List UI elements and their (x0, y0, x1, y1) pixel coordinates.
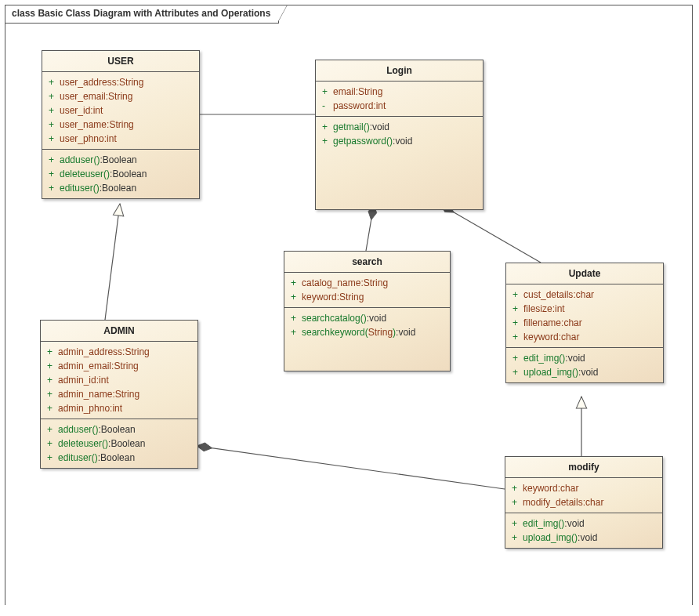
attr-type: int (555, 303, 565, 315)
visibility: + (512, 288, 523, 301)
op-return: Boolean (100, 451, 135, 464)
class-search-header: search (284, 252, 450, 273)
attr-name: admin_phno (58, 402, 110, 415)
visibility: + (49, 132, 60, 145)
attr-type: char (560, 482, 578, 495)
attr-name: admin_name (58, 388, 112, 400)
attr-name: keyword (523, 482, 558, 495)
visibility: + (512, 531, 523, 544)
op-return: void (398, 326, 415, 339)
visibility: + (512, 317, 523, 329)
attribute-row: +user_address: String (42, 75, 199, 89)
attr-type: String (108, 90, 132, 103)
visibility: + (512, 482, 523, 495)
attribute-row: +admin_name: String (41, 387, 197, 401)
op-name: searchcatalog (302, 312, 360, 324)
visibility: + (291, 277, 302, 289)
class-user-attributes: +user_address: String+user_email: String… (42, 72, 199, 150)
op-name: upload_img (523, 531, 571, 544)
operation-row: +upload_img(): void (505, 531, 662, 545)
attribute-row: +admin_id: int (41, 373, 197, 387)
op-name: deleteuser (58, 437, 102, 450)
attr-name: catalog_name (302, 277, 360, 289)
visibility: + (512, 517, 523, 530)
visibility: + (47, 360, 58, 372)
visibility: + (49, 76, 60, 89)
operation-row: +upload_img(): void (506, 365, 663, 379)
operation-row: +deleteuser(): Boolean (41, 437, 197, 451)
op-return: void (581, 366, 598, 379)
class-user[interactable]: USER +user_address: String+user_email: S… (42, 50, 200, 199)
diagram-title-prefix: class (12, 8, 35, 19)
attribute-row: +user_phno: int (42, 132, 199, 146)
op-name: edituser (60, 182, 93, 194)
visibility: + (291, 326, 302, 339)
attr-type: String (339, 291, 364, 303)
diagram-frame: class Basic Class Diagram with Attribute… (5, 5, 693, 605)
operation-row: +searchkeyword(String): void (284, 325, 450, 339)
op-name: getmail (333, 121, 364, 133)
attribute-row: +modify_details: char (505, 495, 662, 509)
operation-row: +adduser(): Boolean (42, 153, 199, 167)
attr-name: user_phno (60, 132, 104, 145)
class-modify-attributes: +keyword: char+modify_details: char (505, 478, 662, 513)
class-login[interactable]: Login +email: String-password: int +getm… (315, 60, 484, 210)
op-return: void (372, 121, 389, 133)
attr-name: admin_email (58, 360, 111, 372)
op-name: edituser (58, 451, 92, 464)
attr-type: String (125, 346, 149, 358)
op-name: upload_img (523, 366, 572, 379)
operation-row: +getpassword(): void (316, 134, 483, 148)
visibility: + (49, 182, 60, 194)
attr-type: String (114, 360, 138, 372)
visibility: + (47, 346, 58, 358)
class-admin[interactable]: ADMIN +admin_address: String+admin_email… (40, 320, 198, 469)
visibility: + (47, 423, 58, 436)
attr-type: char (563, 317, 581, 329)
attribute-row: +email: String (316, 85, 483, 99)
op-name: deleteuser (60, 168, 103, 180)
attribute-row: +keyword: char (506, 330, 663, 344)
attr-name: user_address (60, 76, 117, 89)
class-modify-header: modify (505, 457, 662, 478)
visibility: + (512, 303, 523, 315)
visibility: + (47, 388, 58, 400)
comp-admin-modify (197, 446, 505, 489)
attr-name: admin_id (58, 374, 96, 386)
operation-row: +deleteuser(): Boolean (42, 167, 199, 181)
op-return: void (580, 531, 597, 544)
class-update-operations: +edit_img(): void+upload_img(): void (506, 348, 663, 382)
visibility: + (322, 121, 333, 133)
operation-row: +edit_img(): void (506, 351, 663, 365)
attribute-row: +fillename: char (506, 316, 663, 330)
visibility: + (47, 451, 58, 464)
visibility: + (512, 352, 523, 364)
class-modify[interactable]: modify +keyword: char+modify_details: ch… (505, 456, 663, 549)
attr-type: int (112, 402, 122, 415)
attr-type: int (376, 100, 386, 112)
visibility: + (291, 291, 302, 303)
attr-name: filesize (523, 303, 552, 315)
operation-row: +edituser(): Boolean (41, 451, 197, 465)
operation-row: +edituser(): Boolean (42, 181, 199, 195)
class-update[interactable]: Update +cust_details: char+filesize: int… (505, 263, 664, 383)
op-return: Boolean (102, 182, 136, 194)
operation-row: +searchcatalog(): void (284, 311, 450, 325)
visibility: + (322, 85, 333, 98)
class-search[interactable]: search +catalog_name: String+keyword: St… (284, 251, 451, 371)
attribute-row: +cust_details: char (506, 288, 663, 302)
op-return: Boolean (112, 168, 147, 180)
class-admin-attributes: +admin_address: String+admin_email: Stri… (41, 342, 197, 419)
attr-type: int (93, 104, 103, 117)
operation-row: +adduser(): Boolean (41, 422, 197, 437)
visibility: - (322, 100, 333, 112)
visibility: + (49, 118, 60, 131)
op-return: void (369, 312, 386, 324)
op-return: Boolean (110, 437, 145, 450)
attr-name: user_email (60, 90, 106, 103)
class-login-attributes: +email: String-password: int (316, 82, 483, 117)
attr-type: char (576, 288, 594, 301)
attr-type: String (364, 277, 388, 289)
op-return: Boolean (101, 423, 136, 436)
visibility: + (322, 135, 333, 147)
